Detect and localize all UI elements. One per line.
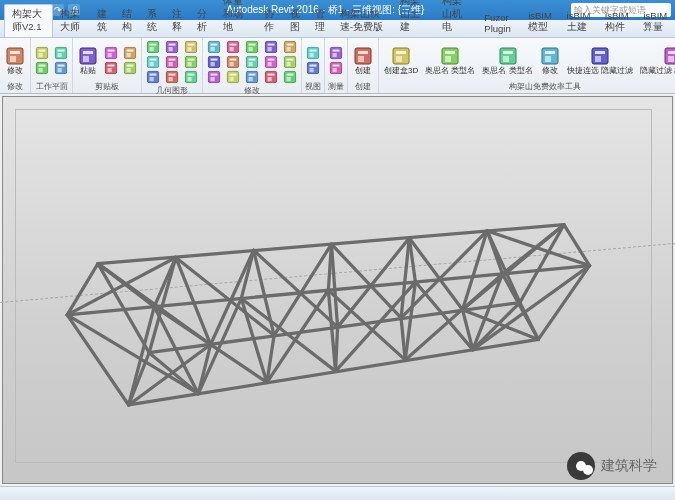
svg-rect-41 xyxy=(169,47,173,51)
demo-button[interactable] xyxy=(183,55,199,69)
match-button[interactable] xyxy=(122,46,138,60)
wallcut-button[interactable] xyxy=(164,55,180,69)
delete-button[interactable] xyxy=(263,70,279,84)
group-button[interactable] xyxy=(282,55,298,69)
truss-model[interactable] xyxy=(16,110,651,499)
svg-rect-2 xyxy=(10,56,16,62)
svg-rect-124 xyxy=(503,51,513,54)
mirror-button[interactable] xyxy=(225,55,241,69)
copy2-button[interactable] xyxy=(225,40,241,54)
svg-rect-76 xyxy=(249,44,256,46)
ribbon-tab[interactable]: isBIM算量 xyxy=(636,7,674,37)
ribbon-tab[interactable]: 视图 xyxy=(283,5,308,37)
modify-button[interactable]: 修改 xyxy=(3,45,27,76)
modify-icon xyxy=(5,46,25,66)
opening-button[interactable] xyxy=(164,70,180,84)
beam-button[interactable] xyxy=(183,40,199,54)
svg-rect-25 xyxy=(127,49,134,51)
set-plane-button[interactable] xyxy=(34,46,50,60)
hidefilter-button[interactable]: 隐藏过滤 构件拆分 xyxy=(638,45,675,76)
ribbon-tabs: 构架大师V2.1构架大师建筑结构系统注释分析体量和场地协作视图管理构架山快速-免… xyxy=(0,20,675,38)
join-button[interactable] xyxy=(145,40,161,54)
svg-rect-46 xyxy=(169,74,176,76)
svg-rect-50 xyxy=(188,47,192,51)
paste-button[interactable]: 粘贴 xyxy=(76,45,100,76)
ribbon-tab[interactable]: 建筑 xyxy=(90,5,115,37)
copy-button[interactable] xyxy=(103,61,119,75)
svg-rect-67 xyxy=(230,44,237,46)
svg-rect-106 xyxy=(310,64,317,66)
ribbon-tab[interactable]: 体量和场地 xyxy=(216,0,258,37)
svg-rect-83 xyxy=(249,77,253,81)
viewcube-button[interactable] xyxy=(305,46,321,60)
quickfilter-button[interactable]: 快捷连选 隐藏过滤 xyxy=(565,45,635,76)
ribbon-panel: 工作平面 xyxy=(31,38,73,93)
extend-button[interactable] xyxy=(244,55,260,69)
modify2-button[interactable]: 修改 xyxy=(538,45,562,76)
trim-button[interactable] xyxy=(244,40,260,54)
splitline-button[interactable] xyxy=(244,70,260,84)
split-button[interactable] xyxy=(164,40,180,54)
array-button[interactable] xyxy=(263,40,279,54)
ribbon-tab[interactable]: Fuzor Plugin xyxy=(477,9,521,37)
wechat-icon xyxy=(567,452,595,480)
ribbon-tab[interactable]: 系统 xyxy=(140,5,165,37)
svg-rect-59 xyxy=(211,47,215,51)
ribbon-tab[interactable]: 构架山快速-免费版 xyxy=(333,5,393,37)
ribbon-panel: 修改 xyxy=(203,38,302,93)
align-button[interactable] xyxy=(206,40,222,54)
ribbon-tab[interactable]: isBIM模型 xyxy=(521,7,559,37)
pin-button[interactable] xyxy=(263,55,279,69)
svg-rect-43 xyxy=(169,59,176,61)
ribbon-tab[interactable]: isBIM构件 xyxy=(598,7,636,37)
ribbon-tab[interactable]: 注释 xyxy=(165,5,190,37)
svg-rect-4 xyxy=(39,49,46,51)
ungroup-button[interactable] xyxy=(282,70,298,84)
typesel-button[interactable]: 奥思名 类型名 xyxy=(480,45,534,76)
ribbon-tab[interactable]: 构架大师V2.1 xyxy=(4,4,53,37)
ribbon-panel: 测量 xyxy=(325,38,348,93)
svg-rect-70 xyxy=(230,59,237,61)
move-button[interactable] xyxy=(206,55,222,69)
offset-button[interactable] xyxy=(206,70,222,84)
nav-button[interactable] xyxy=(305,61,321,75)
scale-button[interactable] xyxy=(282,40,298,54)
svg-rect-130 xyxy=(595,51,605,54)
ribbon-tab[interactable]: 分析 xyxy=(190,5,215,37)
rotate-button[interactable] xyxy=(225,70,241,84)
svg-rect-14 xyxy=(58,68,62,72)
ribbon-tab[interactable]: 构架山机电 xyxy=(435,0,477,37)
viewport-3d[interactable] xyxy=(2,96,673,484)
svg-rect-128 xyxy=(545,56,551,62)
typedef-button[interactable]: 奥思名 类型名 xyxy=(423,45,477,76)
ribbon-panel: 几何图形 xyxy=(142,38,203,93)
unjoin-button[interactable] xyxy=(145,55,161,69)
create-button[interactable]: 创建 xyxy=(351,45,375,76)
viewer-button[interactable] xyxy=(53,61,69,75)
gap-button[interactable] xyxy=(183,70,199,84)
ribbon-tab[interactable]: 构架大师 xyxy=(53,5,89,37)
ribbon-tab[interactable]: 协作 xyxy=(257,5,282,37)
ribbon-panel: 修改修改 xyxy=(0,38,31,93)
brush-button[interactable] xyxy=(122,61,138,75)
ribbon-tab[interactable]: isBIM土建 xyxy=(560,7,598,37)
svg-rect-133 xyxy=(668,51,675,54)
svg-rect-82 xyxy=(249,74,256,76)
ribbon-tab[interactable]: 管理 xyxy=(308,5,333,37)
typedef-icon xyxy=(440,46,460,66)
show-plane-button[interactable] xyxy=(34,61,50,75)
status-bar xyxy=(0,486,675,500)
ref-plane-button[interactable] xyxy=(53,46,69,60)
cutgeo-button[interactable] xyxy=(145,70,161,84)
ribbon-tab[interactable]: 构架山土建 xyxy=(393,0,435,37)
button-label: 创建盒3D xyxy=(384,67,418,75)
ribbon-tab[interactable]: 结构 xyxy=(115,5,140,37)
dim-button[interactable] xyxy=(328,61,344,75)
ribbon-panel: 视图 xyxy=(302,38,325,93)
cut-button[interactable] xyxy=(103,46,119,60)
svg-rect-79 xyxy=(249,59,256,61)
svg-rect-31 xyxy=(150,44,157,46)
scope-3d-button[interactable]: 创建盒3D xyxy=(382,45,420,76)
measure-button[interactable] xyxy=(328,46,344,60)
svg-rect-1 xyxy=(10,51,20,54)
